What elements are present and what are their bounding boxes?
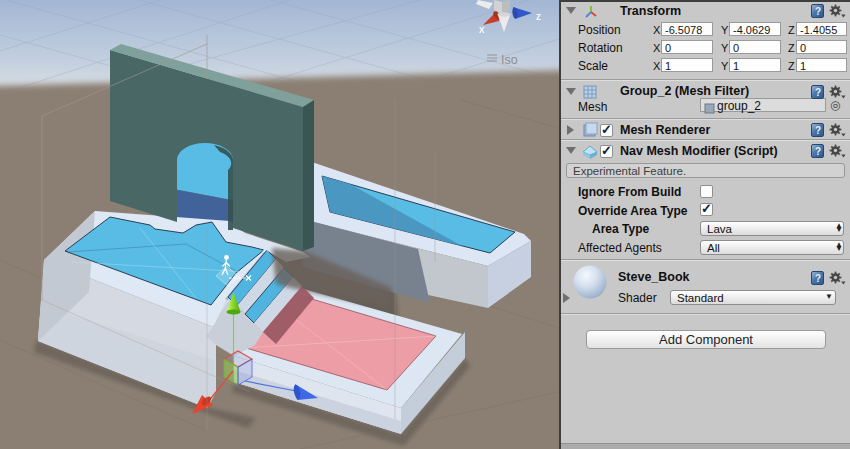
svg-text:x: x [479,24,485,35]
svg-text:z: z [536,11,541,22]
svg-text:Iso: Iso [501,53,518,67]
